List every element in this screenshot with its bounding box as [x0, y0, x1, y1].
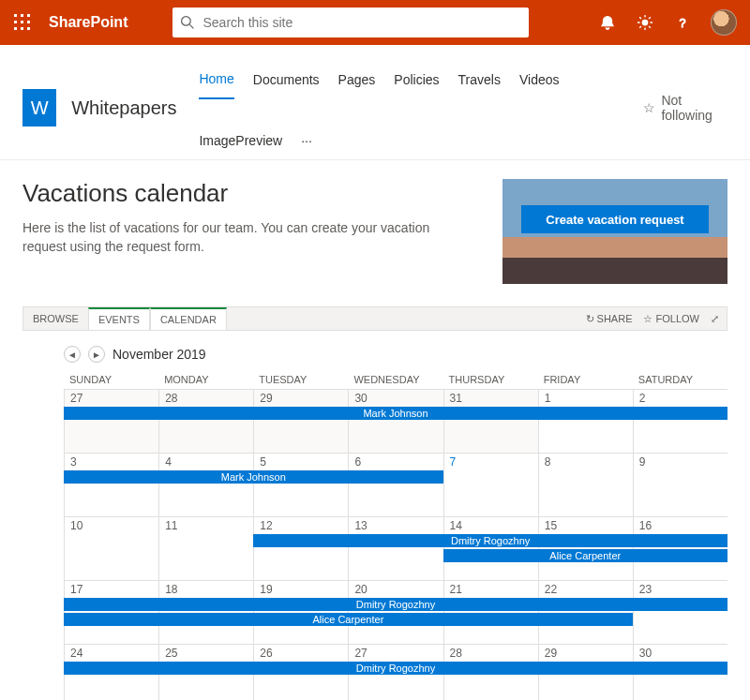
calendar-week: 272829303112Mark Johnson: [64, 389, 728, 453]
calendar-day[interactable]: 1: [538, 390, 633, 453]
calendar-day[interactable]: 3: [64, 454, 158, 516]
site-header: W Whitepapers Home Documents Pages Polic…: [0, 45, 750, 160]
svg-rect-0: [14, 14, 17, 17]
nav-overflow-icon[interactable]: ···: [301, 118, 312, 159]
ribbon-tab-events[interactable]: EVENTS: [88, 307, 150, 330]
app-launcher-icon[interactable]: [8, 7, 38, 37]
prev-month-button[interactable]: ◄: [64, 346, 81, 363]
svg-rect-6: [14, 27, 17, 30]
hero-image: Create vacation request: [502, 179, 728, 284]
suite-bar: SharePoint ?: [0, 0, 750, 45]
calendar-week: 3456789Mark Johnson: [64, 453, 728, 516]
month-label: November 2019: [112, 347, 206, 362]
ribbon-tab-calendar[interactable]: CALENDAR: [150, 307, 227, 330]
search-icon: [180, 15, 195, 30]
day-header: TUESDAY: [253, 370, 348, 389]
nav-tab-videos[interactable]: Videos: [519, 57, 560, 98]
svg-rect-7: [21, 27, 23, 30]
gear-icon[interactable]: [630, 7, 660, 37]
day-headers: SUNDAY MONDAY TUESDAY WEDNESDAY THURSDAY…: [64, 370, 728, 389]
calendar-week: 24252627282930Dmitry Rogozhny: [64, 644, 728, 700]
calendar-event[interactable]: Dmitry Rogozhny: [64, 662, 728, 675]
calendar-day[interactable]: 2: [633, 390, 728, 453]
svg-rect-5: [27, 21, 30, 23]
day-header: FRIDAY: [538, 370, 633, 389]
calendar-event[interactable]: Dmitry Rogozhny: [64, 598, 728, 611]
share-action[interactable]: ↻ SHARE: [586, 313, 633, 325]
calendar-day[interactable]: 31: [443, 390, 538, 453]
calendar-day[interactable]: 27: [64, 390, 158, 453]
svg-text:?: ?: [679, 17, 685, 30]
calendar-day[interactable]: 12: [253, 517, 348, 580]
calendar-week: 10111213141516Dmitry RogozhnyAlice Carpe…: [64, 516, 728, 580]
search-box[interactable]: [172, 7, 529, 37]
calendar-event[interactable]: Mark Johnson: [64, 407, 728, 420]
follow-action[interactable]: ☆ FOLLOW: [643, 313, 699, 325]
nav-tab-documents[interactable]: Documents: [253, 57, 320, 98]
day-header: SUNDAY: [64, 370, 158, 389]
day-header: THURSDAY: [443, 370, 538, 389]
site-nav: Home Documents Pages Policies Travels Vi…: [199, 56, 643, 159]
svg-point-11: [642, 20, 647, 24]
nav-tab-home[interactable]: Home: [199, 56, 233, 99]
page-content: Vacations calendar Here is the list of v…: [0, 160, 750, 700]
calendar-day[interactable]: 10: [64, 517, 158, 580]
calendar-week: 17181920212223Dmitry RogozhnyAlice Carpe…: [64, 580, 728, 644]
calendar-day[interactable]: 11: [158, 517, 253, 580]
day-header: WEDNESDAY: [348, 370, 442, 389]
search-input[interactable]: [202, 15, 521, 30]
nav-tab-pages[interactable]: Pages: [338, 57, 376, 98]
calendar-day[interactable]: 23: [633, 581, 728, 644]
nav-tab-imagepreview[interactable]: ImagePreview: [199, 118, 282, 159]
site-logo[interactable]: W: [22, 89, 56, 127]
ribbon-tab-browse[interactable]: BROWSE: [23, 307, 88, 330]
next-month-button[interactable]: ►: [88, 346, 105, 363]
calendar-day[interactable]: 8: [538, 454, 633, 516]
svg-rect-1: [21, 14, 23, 17]
calendar-event[interactable]: Alice Carpenter: [64, 613, 633, 626]
fullscreen-icon[interactable]: ⤢: [711, 313, 719, 325]
svg-point-9: [182, 17, 191, 26]
site-name[interactable]: Whitepapers: [71, 97, 176, 119]
nav-tab-policies[interactable]: Policies: [394, 57, 439, 98]
calendar-day[interactable]: 6: [348, 454, 442, 516]
create-vacation-request-button[interactable]: Create vacation request: [521, 205, 709, 233]
calendar-day[interactable]: 30: [348, 390, 442, 453]
calendar-event[interactable]: Alice Carpenter: [443, 549, 728, 562]
month-nav: ◄ ► November 2019: [64, 346, 728, 363]
calendar-ribbon: BROWSE EVENTS CALENDAR ↻ SHARE ☆ FOLLOW …: [22, 306, 728, 331]
svg-rect-3: [14, 21, 17, 23]
calendar-day[interactable]: 5: [253, 454, 348, 516]
avatar[interactable]: [711, 9, 737, 36]
calendar-day[interactable]: 29: [253, 390, 348, 453]
day-header: MONDAY: [158, 370, 253, 389]
calendar-day[interactable]: 4: [158, 454, 253, 516]
calendar-day[interactable]: 28: [158, 390, 253, 453]
svg-rect-2: [27, 14, 30, 17]
star-icon[interactable]: ☆: [643, 100, 655, 115]
follow-label[interactable]: Not following: [661, 93, 728, 123]
calendar-event[interactable]: Mark Johnson: [64, 470, 443, 484]
page-title: Vacations calendar: [22, 179, 472, 208]
svg-rect-4: [21, 21, 23, 23]
day-header: SATURDAY: [633, 370, 728, 389]
calendar-grid: SUNDAY MONDAY TUESDAY WEDNESDAY THURSDAY…: [64, 370, 728, 700]
calendar-day[interactable]: 9: [633, 454, 728, 516]
calendar-event[interactable]: Dmitry Rogozhny: [253, 534, 728, 547]
nav-tab-travels[interactable]: Travels: [458, 57, 501, 98]
calendar-day[interactable]: 7: [443, 454, 538, 516]
help-icon[interactable]: ?: [668, 7, 698, 37]
page-description: Here is the list of vacations for our te…: [22, 219, 472, 256]
calendar-day[interactable]: 13: [348, 517, 442, 580]
svg-line-10: [190, 24, 194, 28]
svg-rect-8: [27, 27, 30, 30]
notifications-icon[interactable]: [592, 7, 622, 37]
brand-label[interactable]: SharePoint: [49, 14, 128, 31]
